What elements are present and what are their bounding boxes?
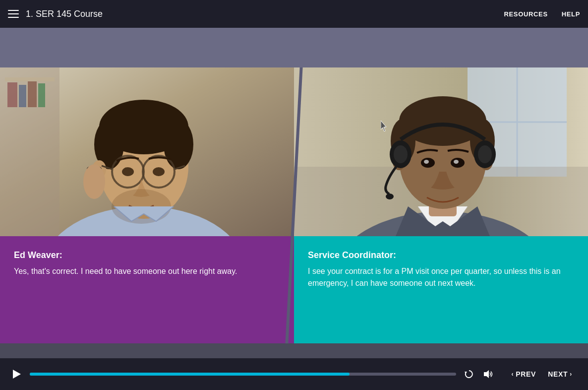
right-panel: Service Coordinator: I see your contract… [294,67,588,343]
left-textbox: Ed Weaver: Yes, that's correct. I need t… [0,236,294,343]
svg-marker-48 [484,370,489,378]
play-button[interactable] [10,367,24,381]
bottom-bar [0,343,588,358]
volume-button[interactable] [482,367,496,381]
svg-point-13 [164,120,193,169]
controls-bar: ‹ PREV NEXT › [0,358,588,390]
resources-nav[interactable]: RESOURCES [504,10,548,18]
nav-controls: ‹ PREV NEXT › [506,366,578,382]
reload-icon [464,369,474,379]
main-content: Ed Weaver: Yes, that's correct. I need t… [0,67,588,343]
help-nav[interactable]: HELP [562,10,580,18]
header: 1. SER 145 Course RESOURCES HELP [0,0,588,28]
progress-bar[interactable] [30,373,456,376]
prev-chevron-icon: ‹ [512,371,514,378]
left-person-photo [0,67,294,236]
svg-point-20 [122,167,134,176]
left-speaker-text: Yes, that's correct. I need to have some… [14,267,237,275]
play-icon [13,370,21,379]
svg-point-21 [153,167,165,176]
course-title: 1. SER 145 Course [26,9,504,19]
prev-button[interactable]: ‹ PREV [506,366,542,382]
header-nav: RESOURCES HELP [504,10,580,18]
svg-point-40 [424,160,429,164]
prev-label: PREV [516,370,536,378]
svg-point-41 [454,160,459,164]
svg-rect-7 [38,83,45,107]
right-speaker-name: Service Coordinator: [308,250,574,260]
svg-point-45 [478,145,492,163]
next-button[interactable]: NEXT › [542,366,578,382]
volume-icon [483,370,494,379]
left-panel: Ed Weaver: Yes, that's correct. I need t… [0,67,294,343]
next-label: NEXT [548,370,568,378]
svg-rect-4 [7,82,17,107]
svg-marker-47 [465,372,467,374]
svg-rect-6 [28,81,37,107]
reload-button[interactable] [462,367,476,381]
next-chevron-icon: › [570,371,572,378]
menu-icon[interactable] [8,8,19,19]
right-speaker-text: I see your contract is for a PM visit on… [308,267,561,287]
right-person-photo [294,67,588,236]
top-bar [0,28,588,67]
svg-rect-5 [19,85,26,107]
progress-bar-fill [30,373,350,376]
svg-rect-3 [5,77,55,81]
svg-point-43 [394,145,408,163]
left-speaker-name: Ed Weaver: [14,250,276,260]
svg-point-24 [83,164,105,199]
svg-point-46 [386,194,394,199]
right-textbox: Service Coordinator: I see your contract… [294,236,588,343]
